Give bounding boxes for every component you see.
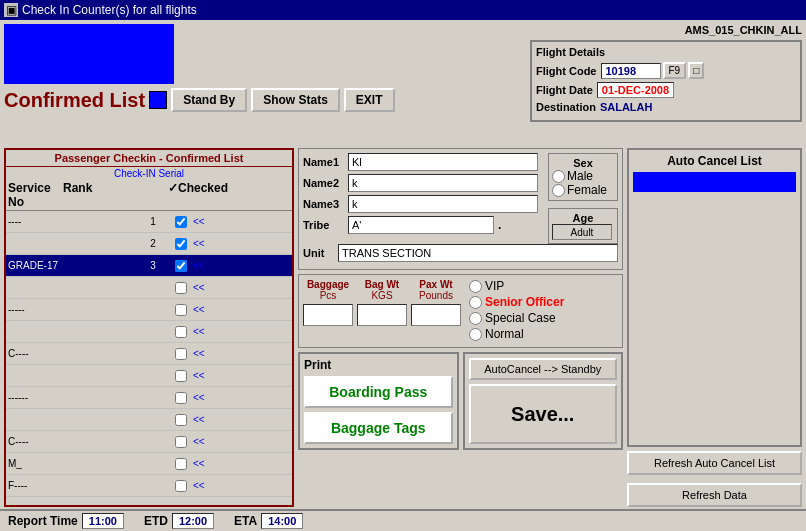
col-headers: Service No Rank ✓Checked	[6, 180, 292, 211]
vip-radio[interactable]	[469, 280, 482, 293]
table-row[interactable]: F---- <<	[6, 475, 292, 497]
pax-arrows[interactable]: <<	[193, 480, 213, 491]
pax-arrows[interactable]: <<	[193, 238, 213, 249]
etd-value: 12:00	[172, 513, 214, 529]
pax-arrows[interactable]: <<	[193, 370, 213, 381]
app-icon: ▣	[4, 3, 18, 17]
autocancel-standby-button[interactable]: AutoCancel --> Standby	[469, 358, 618, 380]
pax-arrows[interactable]: <<	[193, 282, 213, 293]
auto-cancel-box: Auto Cancel List	[627, 148, 802, 447]
tribe-input[interactable]	[348, 216, 494, 234]
confirmed-title: Confirmed List	[4, 89, 145, 112]
pax-checkbox[interactable]	[175, 370, 187, 382]
normal-radio[interactable]	[469, 328, 482, 341]
unit-input[interactable]	[338, 244, 618, 262]
flight-date-label: Flight Date	[536, 84, 593, 96]
flight-dest-label: Destination	[536, 101, 596, 113]
pax-checkbox[interactable]	[175, 436, 187, 448]
pax-arrows[interactable]: <<	[193, 414, 213, 425]
report-time-item: Report Time 11:00	[8, 513, 124, 529]
table-row[interactable]: 2 <<	[6, 233, 292, 255]
table-row[interactable]: C---- <<	[6, 343, 292, 365]
pax-checkbox[interactable]	[175, 414, 187, 426]
baggage-wt-input[interactable]	[357, 304, 407, 326]
table-row[interactable]: ------ <<	[6, 387, 292, 409]
flight-details-panel: AMS_015_CHKIN_ALL Flight Details Flight …	[526, 20, 806, 126]
female-label: Female	[567, 183, 607, 197]
pax-arrows[interactable]: <<	[193, 260, 213, 271]
etd-item: ETD 12:00	[144, 513, 214, 529]
pax-arrows[interactable]: <<	[193, 436, 213, 447]
table-row[interactable]: <<	[6, 365, 292, 387]
print-baggage-tags-button[interactable]: Baggage Tags	[304, 412, 453, 444]
flight-code-btn2[interactable]: □	[688, 62, 704, 79]
confirmed-header: Confirmed List Stand By Show Stats EXIT	[4, 88, 522, 112]
unit-label: Unit	[303, 247, 338, 259]
blue-logo-rect	[4, 24, 174, 84]
refresh-auto-cancel-button[interactable]: Refresh Auto Cancel List	[627, 451, 802, 475]
col-header-checked: ✓Checked	[168, 181, 213, 209]
passenger-list: ---- 1 << 2 << GRADE-17 3 <<	[6, 211, 292, 505]
refresh-data-button[interactable]: Refresh Data	[627, 483, 802, 507]
table-row[interactable]: <<	[6, 321, 292, 343]
flight-code-btn[interactable]: F9	[663, 62, 687, 79]
pax-arrows[interactable]: <<	[193, 216, 213, 227]
table-row[interactable]: M_ <<	[6, 453, 292, 475]
table-row[interactable]: C---- <<	[6, 431, 292, 453]
pax-checkbox[interactable]	[175, 480, 187, 492]
show-stats-button[interactable]: Show Stats	[251, 88, 340, 112]
special-case-radio[interactable]	[469, 312, 482, 325]
pax-checkbox[interactable]	[175, 260, 187, 272]
standby-button[interactable]: Stand By	[171, 88, 247, 112]
pax-arrows[interactable]: <<	[193, 326, 213, 337]
pax-arrows[interactable]: <<	[193, 348, 213, 359]
tribe-label: Tribe	[303, 219, 348, 231]
name1-input[interactable]	[348, 153, 538, 171]
pax-arrows[interactable]: <<	[193, 458, 213, 469]
pax-wt-input[interactable]	[411, 304, 461, 326]
flight-details-box: Flight Details Flight Code 10198 F9 □ Fl…	[530, 40, 802, 122]
baggage-wt-title: Bag Wt	[365, 279, 399, 290]
status-bar: Report Time 11:00 ETD 12:00 ETA 14:00	[0, 509, 806, 531]
name2-input[interactable]	[348, 174, 538, 192]
female-radio[interactable]	[552, 184, 565, 197]
print-box: Print Boarding Pass Baggage Tags	[298, 352, 459, 450]
passenger-detail-box: Name1 Name2 Name3 Tribe .	[298, 148, 623, 270]
pax-arrows[interactable]: <<	[193, 392, 213, 403]
checkin-serial-title: Check-IN Serial	[6, 167, 292, 180]
age-input[interactable]	[552, 224, 612, 240]
col-header-svc: Service No	[8, 181, 63, 209]
pax-arrows[interactable]: <<	[193, 304, 213, 315]
print-boarding-pass-button[interactable]: Boarding Pass	[304, 376, 453, 408]
pax-checkbox[interactable]	[175, 326, 187, 338]
table-row[interactable]: ---- 1 <<	[6, 211, 292, 233]
pax-checkbox[interactable]	[175, 216, 187, 228]
report-time-value: 11:00	[82, 513, 124, 529]
table-row[interactable]: GRADE-17 3 <<	[6, 255, 292, 277]
baggage-pcs-sub: Pcs	[320, 290, 337, 301]
save-button[interactable]: Save...	[469, 384, 618, 444]
special-case-label: Special Case	[485, 311, 556, 325]
baggage-pcs-col: Baggage Pcs	[303, 279, 353, 326]
senior-officer-radio[interactable]	[469, 296, 482, 309]
table-row[interactable]: <<	[6, 277, 292, 299]
table-row[interactable]: <<	[6, 409, 292, 431]
name2-label: Name2	[303, 177, 348, 189]
report-time-label: Report Time	[8, 514, 78, 528]
name3-input[interactable]	[348, 195, 538, 213]
pax-checkbox[interactable]	[175, 348, 187, 360]
table-row[interactable]: ----- <<	[6, 299, 292, 321]
exit-button[interactable]: EXIT	[344, 88, 395, 112]
pax-checkbox[interactable]	[175, 458, 187, 470]
baggage-pcs-input[interactable]	[303, 304, 353, 326]
eta-item: ETA 14:00	[234, 513, 303, 529]
pax-wt-sub: Pounds	[419, 290, 453, 301]
main-area: Passenger Checkin - Confirmed List Check…	[4, 148, 802, 507]
pax-checkbox[interactable]	[175, 304, 187, 316]
male-radio[interactable]	[552, 170, 565, 183]
vip-label: VIP	[485, 279, 504, 293]
pax-checkbox[interactable]	[175, 392, 187, 404]
flight-details-title: Flight Details	[536, 46, 796, 58]
pax-checkbox[interactable]	[175, 282, 187, 294]
pax-checkbox[interactable]	[175, 238, 187, 250]
